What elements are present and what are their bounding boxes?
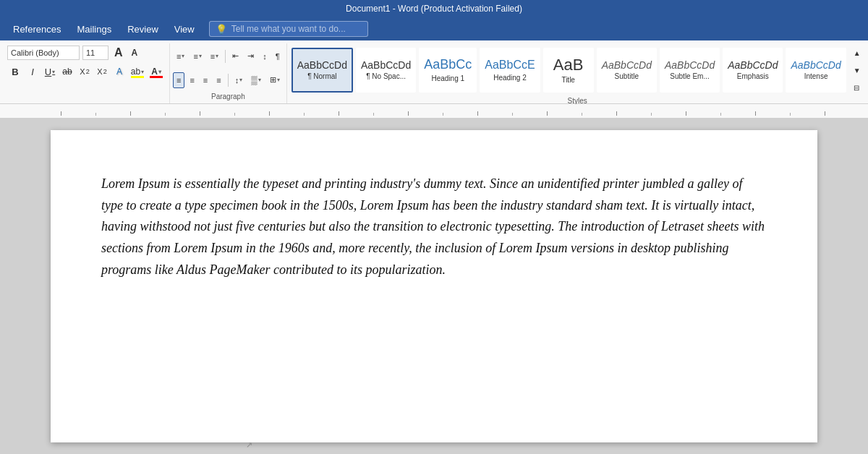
borders-button[interactable]: ⊞ ▾: [266, 72, 284, 88]
menu-review[interactable]: Review: [120, 21, 166, 38]
sort-button[interactable]: ↕: [259, 48, 271, 64]
styles-scroll-up[interactable]: ▲: [851, 45, 864, 61]
shading-button[interactable]: ▒ ▾: [247, 72, 265, 88]
style-heading2-label: Heading 2: [493, 74, 527, 82]
styles-scroll-down[interactable]: ▼: [851, 62, 864, 78]
svg-rect-21: [755, 111, 756, 116]
style-title[interactable]: AaB Title: [543, 48, 594, 93]
svg-rect-2: [95, 113, 96, 116]
search-box[interactable]: 💡 Tell me what you want to do...: [209, 21, 368, 37]
document-area: Lorem Ipsum is essentially the typeset a…: [0, 119, 868, 454]
highlight-button[interactable]: ab ▾: [129, 64, 146, 80]
subscript-button[interactable]: X2: [77, 64, 93, 80]
style-title-preview: AaB: [553, 56, 584, 74]
numbering-icon: ≡: [193, 52, 197, 61]
menu-view[interactable]: View: [167, 21, 202, 38]
style-heading1[interactable]: AaBbCc Heading 1: [419, 48, 477, 93]
style-intense-preview: AaBbCcDd: [791, 59, 841, 72]
align-center-button[interactable]: ≡: [186, 72, 197, 88]
menu-references[interactable]: References: [6, 21, 68, 38]
text-effects-button[interactable]: A: [111, 64, 127, 80]
bullets-icon: ≡: [176, 52, 181, 61]
style-no-spacing[interactable]: AaBbCcDd ¶ No Spac...: [356, 48, 416, 93]
superscript-button[interactable]: X2: [94, 64, 110, 80]
shrink-font-button[interactable]: A: [129, 45, 141, 61]
pilcrow-icon: ¶: [276, 52, 280, 61]
paragraph-group: ≡ ▾ ≡ ▾ ≡ ▾ ⇤ ⇥ ↕ ¶ ≡: [170, 43, 287, 103]
line-spacing-icon: ↕: [235, 76, 239, 85]
svg-rect-8: [304, 113, 305, 116]
font-group: A A B I U▾ ab X2 X2 A ab ▾ A ▾: [3, 43, 170, 103]
style-heading2-preview: AaBbCcE: [485, 58, 535, 72]
svg-rect-0: [3, 104, 865, 119]
align-left-icon: ≡: [176, 76, 181, 85]
paragraph-expand-icon[interactable]: ↗: [246, 440, 252, 450]
ruler: [0, 104, 868, 119]
styles-group: AaBbCcDd ¶ Normal AaBbCcDd ¶ No Spac... …: [287, 43, 868, 103]
align-left-button[interactable]: ≡: [173, 72, 184, 88]
svg-rect-19: [686, 111, 686, 116]
numbering-dropdown: ▾: [199, 53, 202, 59]
bullets-button[interactable]: ≡ ▾: [173, 48, 188, 64]
ruler-svg: [3, 104, 865, 119]
styles-more-button[interactable]: ⊟: [851, 80, 864, 95]
multilevel-icon: ≡: [210, 52, 215, 61]
title-bar: Document1 - Word (Product Activation Fai…: [0, 0, 868, 17]
style-intense[interactable]: AaBbCcDd Intense: [786, 48, 846, 93]
document-body[interactable]: Lorem Ipsum is essentially the typeset a…: [101, 174, 767, 280]
svg-rect-17: [616, 111, 617, 116]
increase-indent-button[interactable]: ⇥: [244, 48, 258, 64]
justify-icon: ≡: [216, 76, 221, 85]
style-normal[interactable]: AaBbCcDd ¶ Normal: [292, 48, 353, 93]
align-right-button[interactable]: ≡: [200, 72, 211, 88]
style-emphasis[interactable]: AaBbCcDd Emphasis: [723, 48, 783, 93]
style-heading2[interactable]: AaBbCcE Heading 2: [480, 48, 540, 93]
style-subtle-emphasis[interactable]: AaBbCcDd Subtle Em...: [660, 48, 720, 93]
line-spacing-dropdown: ▾: [239, 77, 242, 83]
align-center-icon: ≡: [190, 76, 194, 85]
numbering-button[interactable]: ≡ ▾: [190, 48, 205, 64]
style-subtitle[interactable]: AaBbCcDd Subtitle: [597, 48, 657, 93]
svg-rect-14: [512, 113, 513, 116]
justify-button[interactable]: ≡: [213, 72, 224, 88]
multilevel-button[interactable]: ≡ ▾: [207, 48, 222, 64]
style-subtitle-label: Subtitle: [615, 72, 639, 81]
svg-rect-22: [790, 113, 791, 116]
font-size-input[interactable]: [82, 46, 109, 60]
svg-rect-23: [825, 111, 825, 116]
font-name-input[interactable]: [7, 46, 80, 60]
style-subtle-em-label: Subtle Em...: [670, 72, 709, 81]
bullets-dropdown: ▾: [182, 53, 184, 59]
title-text: Document1 - Word (Product Activation Fai…: [346, 4, 522, 14]
style-emphasis-preview: AaBbCcDd: [728, 59, 778, 72]
font-color-dropdown-arrow: ▾: [158, 69, 161, 75]
svg-rect-3: [130, 111, 131, 116]
highlight-color-bar: [131, 76, 144, 78]
decrease-indent-icon: ⇤: [232, 51, 239, 61]
bold-button[interactable]: B: [7, 64, 23, 80]
svg-rect-4: [165, 113, 166, 116]
style-subtle-em-preview: AaBbCcDd: [665, 59, 715, 72]
svg-rect-15: [547, 111, 548, 116]
styles-scroll-arrows: ▲ ▼ ⊟: [851, 45, 864, 95]
line-spacing-button[interactable]: ↕ ▾: [231, 72, 247, 88]
underline-button[interactable]: U▾: [42, 64, 58, 80]
italic-button[interactable]: I: [25, 64, 41, 80]
svg-rect-6: [234, 113, 235, 116]
document-page[interactable]: Lorem Ipsum is essentially the typeset a…: [51, 130, 817, 442]
style-no-space-preview: AaBbCcDd: [361, 59, 411, 72]
multilevel-dropdown: ▾: [216, 53, 218, 59]
svg-rect-20: [720, 113, 721, 116]
svg-rect-9: [339, 111, 339, 116]
show-hide-button[interactable]: ¶: [272, 48, 284, 64]
decrease-indent-button[interactable]: ⇤: [229, 48, 242, 64]
sort-icon: ↕: [263, 52, 267, 61]
menu-bar: References Mailings Review View 💡 Tell m…: [0, 17, 868, 40]
increase-indent-icon: ⇥: [247, 51, 254, 61]
style-intense-label: Intense: [804, 72, 828, 81]
grow-font-button[interactable]: A: [111, 45, 126, 61]
menu-mailings[interactable]: Mailings: [69, 21, 119, 38]
svg-rect-13: [477, 111, 478, 116]
font-color-button[interactable]: A ▾: [148, 64, 165, 80]
strikethrough-button[interactable]: ab: [59, 64, 75, 80]
